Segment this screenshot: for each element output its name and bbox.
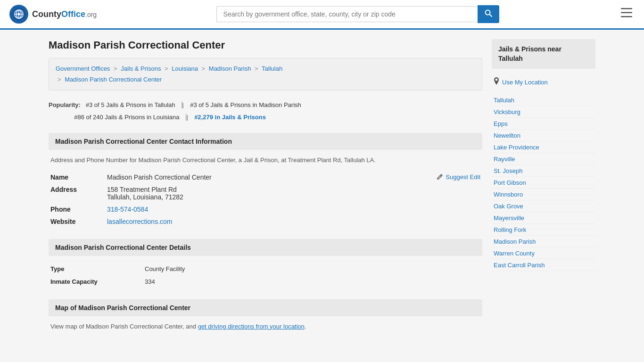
- type-label: Type: [50, 265, 145, 272]
- sidebar-link-oak-grove[interactable]: Oak Grove: [494, 203, 523, 210]
- breadcrumb-madison-parish[interactable]: Madison Parish: [209, 65, 251, 72]
- breadcrumb-sep-4: >: [255, 65, 258, 72]
- logo-icon: [9, 5, 28, 24]
- sidebar-link-port-gibson[interactable]: Port Gibson: [494, 179, 526, 186]
- header: CountyOffice.org: [0, 0, 644, 30]
- name-label: Name: [49, 171, 105, 183]
- contact-section: Madison Parish Correctional Center Conta…: [49, 133, 482, 228]
- list-item: Winnsboro: [492, 189, 595, 200]
- list-item: Rolling Fork: [492, 224, 595, 236]
- breadcrumb-tallulah[interactable]: Tallulah: [262, 65, 282, 72]
- sidebar-link-mayersville[interactable]: Mayersville: [494, 214, 524, 222]
- search-button[interactable]: [478, 5, 499, 23]
- list-item: Warren County: [492, 247, 595, 259]
- sidebar-link-madison-parish[interactable]: Madison Parish: [494, 238, 536, 245]
- sidebar-link-tallulah[interactable]: Tallulah: [494, 97, 514, 104]
- details-capacity-row: Inmate Capacity 334: [49, 275, 482, 288]
- table-row: Phone 318-574-0584: [49, 203, 482, 215]
- breadcrumb-louisiana[interactable]: Louisiana: [172, 65, 198, 72]
- sidebar-link-winnsboro[interactable]: Winnsboro: [494, 191, 523, 198]
- sidebar-header-line1: Jails & Prisons near: [498, 45, 561, 53]
- suggest-edit-button[interactable]: Suggest Edit: [437, 173, 480, 181]
- phone-link[interactable]: 318-574-0584: [107, 206, 148, 213]
- phone-label: Phone: [49, 203, 105, 215]
- svg-point-5: [18, 13, 20, 16]
- main-container: Madison Parish Correctional Center Gover…: [39, 30, 605, 351]
- use-my-location-link[interactable]: Use My Location: [502, 79, 548, 86]
- map-section: Map of Madison Parish Correctional Cente…: [49, 299, 482, 330]
- list-item: St. Joseph: [492, 165, 595, 177]
- contact-description: Address and Phone Number for Madison Par…: [49, 156, 482, 164]
- website-label: Website: [49, 215, 105, 228]
- list-item: Vicksburg: [492, 106, 595, 118]
- list-item: Rayville: [492, 153, 595, 165]
- breadcrumb-government-offices[interactable]: Government Offices: [56, 65, 110, 72]
- contact-table: Name Madison Parish Correctional Center …: [49, 171, 482, 228]
- list-item: Epps: [492, 118, 595, 130]
- sidebar-link-lake-providence[interactable]: Lake Providence: [494, 144, 539, 151]
- menu-icon[interactable]: [619, 6, 635, 23]
- sidebar: Jails & Prisons near Tallulah Use My Loc…: [492, 39, 595, 341]
- sidebar-link-rayville[interactable]: Rayville: [494, 156, 515, 163]
- list-item: Tallulah: [492, 94, 595, 106]
- pop-sep-2: |: [186, 114, 188, 121]
- svg-line-11: [440, 175, 441, 176]
- search-area: [216, 5, 499, 23]
- map-description-prefix: View map of Madison Parish Correctional …: [50, 323, 198, 330]
- logo-text: CountyOffice.org: [32, 9, 97, 19]
- map-description-suffix: .: [305, 323, 306, 330]
- svg-rect-9: [621, 12, 632, 14]
- svg-rect-10: [621, 16, 632, 17]
- sidebar-link-newellton[interactable]: Newellton: [494, 132, 520, 139]
- capacity-label: Inmate Capacity: [50, 278, 145, 285]
- breadcrumb-sep-3: >: [202, 65, 206, 72]
- search-input[interactable]: [216, 6, 478, 22]
- address-label: Address: [49, 183, 105, 203]
- svg-line-7: [489, 15, 492, 17]
- map-description: View map of Madison Parish Correctional …: [49, 323, 482, 330]
- sidebar-link-warren-county[interactable]: Warren County: [494, 250, 535, 257]
- list-item: Mayersville: [492, 212, 595, 224]
- svg-rect-8: [621, 8, 632, 9]
- popularity-stat-1[interactable]: #3 of 5 Jails & Prisons in Tallulah: [86, 101, 175, 108]
- breadcrumb-jails-prisons[interactable]: Jails & Prisons: [121, 65, 161, 72]
- contact-section-header: Madison Parish Correctional Center Conta…: [49, 133, 482, 150]
- location-icon: [494, 77, 499, 87]
- name-value: Madison Parish Correctional Center: [107, 173, 212, 181]
- breadcrumb: Government Offices > Jails & Prisons > L…: [49, 58, 482, 90]
- table-row: Name Madison Parish Correctional Center …: [49, 171, 482, 183]
- sidebar-link-epps[interactable]: Epps: [494, 120, 508, 127]
- details-section: Madison Parish Correctional Center Detai…: [49, 239, 482, 288]
- content-area: Madison Parish Correctional Center Gover…: [49, 39, 482, 341]
- page-title: Madison Parish Correctional Center: [49, 39, 482, 51]
- list-item: Newellton: [492, 130, 595, 141]
- breadcrumb-sep-5: >: [58, 76, 61, 83]
- list-item: East Carroll Parish: [492, 259, 595, 271]
- address-line2: Tallulah, Louisiana, 71282: [107, 193, 183, 201]
- list-item: Madison Parish: [492, 236, 595, 247]
- popularity-section: Popularity: #3 of 5 Jails & Prisons in T…: [49, 99, 482, 123]
- sidebar-header: Jails & Prisons near Tallulah: [492, 39, 595, 69]
- sidebar-header-line2: Tallulah: [498, 55, 523, 62]
- sidebar-link-vicksburg[interactable]: Vicksburg: [494, 108, 520, 115]
- suggest-edit-label: Suggest Edit: [446, 173, 480, 181]
- logo-area: CountyOffice.org: [9, 5, 97, 24]
- breadcrumb-current[interactable]: Madison Parish Correctional Center: [65, 76, 162, 83]
- list-item: Lake Providence: [492, 141, 595, 153]
- popularity-stat-4[interactable]: #2,279 in Jails & Prisons: [194, 114, 266, 121]
- pop-sep-1: |: [182, 101, 183, 108]
- capacity-value: 334: [145, 278, 155, 285]
- list-item: Port Gibson: [492, 177, 595, 189]
- driving-directions-link[interactable]: get driving directions from your locatio…: [198, 323, 305, 330]
- sidebar-link-rolling-fork[interactable]: Rolling Fork: [494, 226, 526, 233]
- table-row: Address 158 Treatment Plant Rd Tallulah,…: [49, 183, 482, 203]
- sidebar-link-st-joseph[interactable]: St. Joseph: [494, 167, 522, 174]
- table-row: Website lasallecorrections.com: [49, 215, 482, 228]
- sidebar-links-list: Tallulah Vicksburg Epps Newellton Lake P…: [492, 94, 595, 271]
- sidebar-link-east-carroll-parish[interactable]: East Carroll Parish: [494, 262, 545, 269]
- website-link[interactable]: lasallecorrections.com: [107, 218, 173, 225]
- popularity-stat-2[interactable]: #3 of 5 Jails & Prisons in Madison Paris…: [190, 101, 301, 108]
- popularity-stat-3[interactable]: #86 of 240 Jails & Prisons in Louisiana: [74, 114, 179, 121]
- type-value: County Facility: [145, 265, 185, 272]
- details-section-header: Madison Parish Correctional Center Detai…: [49, 239, 482, 256]
